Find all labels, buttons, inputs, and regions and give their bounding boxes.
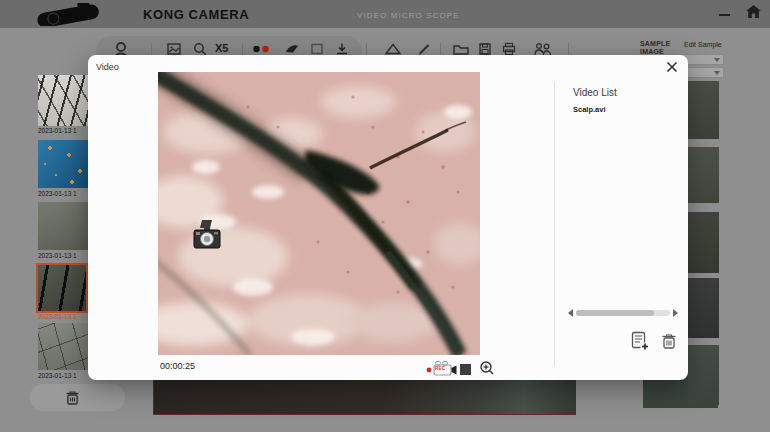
left-thumbnail-2-date: 2023-01-13 1 [38,190,90,198]
sample-image-label-line2: IMAGE [640,48,664,55]
video-dialog: Video [88,55,688,380]
delete-video-button[interactable] [660,332,678,350]
magnification-label[interactable]: X5 [215,42,228,54]
chevron-down-icon [714,71,720,75]
trash-icon [64,389,81,406]
video-list-item[interactable]: Scalp.avi [573,105,606,114]
sample-image-label-line1: SAMPLE [640,40,670,47]
left-thumbnail-5[interactable] [38,323,88,370]
delete-image-button[interactable] [30,384,125,411]
video-list-title: Video List [573,87,617,98]
close-icon [664,59,680,75]
left-thumbnail-3-date: 2023-01-13 1 [38,252,90,260]
scrollbar-thumb[interactable] [576,310,654,316]
minimize-button[interactable] [719,7,731,17]
right-thumbnail-4[interactable] [688,278,719,338]
left-thumbnail-4-date: 2023-01-13 1 [38,313,90,321]
right-thumbnail-3[interactable] [688,212,719,273]
stop-button[interactable] [460,364,471,375]
left-thumbnail-3[interactable] [38,202,88,250]
home-icon [746,5,761,19]
video-list-scrollbar[interactable] [568,308,678,318]
left-thumbnail-1-date: 2023-01-13 1 [38,127,90,135]
panel-divider [554,82,555,366]
app-title: KONG CAMERA [143,7,249,22]
zoom-in-icon [478,359,496,377]
document-plus-icon [630,331,650,351]
elapsed-time: 00:00:25 [160,361,195,371]
left-thumbnail-5-date: 2023-01-13 1 [38,372,90,380]
right-thumbnail-1[interactable] [688,81,719,139]
scroll-left-arrow[interactable] [568,309,573,317]
right-thumbnail-5[interactable] [688,345,719,405]
zoom-in-button[interactable] [478,359,496,377]
close-button[interactable] [664,59,680,75]
app-subtitle: VIDEO MICRO SCOPE [357,11,460,20]
record-button[interactable]: REC [426,359,458,379]
scroll-right-arrow[interactable] [673,309,678,317]
kong-camera-logo-icon [31,3,111,26]
trash-icon [660,332,678,350]
dialog-title: Video [96,62,119,72]
chevron-down-icon [714,58,720,62]
right-thumbnail-2[interactable] [688,147,719,203]
rec-label: REC [435,366,445,371]
left-thumbnail-4-selected[interactable] [36,263,88,313]
edit-sample-label: Edit Sample [684,41,722,48]
add-note-button[interactable] [630,331,650,351]
video-viewport [158,72,480,355]
left-thumbnail-1[interactable] [38,75,88,126]
left-thumbnail-2[interactable] [38,140,88,188]
title-bar: KONG CAMERA VIDEO MICRO SCOPE [0,0,770,28]
minimize-icon [719,14,730,16]
home-button[interactable] [746,5,761,19]
app-window: KONG CAMERA VIDEO MICRO SCOPE X5 [0,0,770,432]
